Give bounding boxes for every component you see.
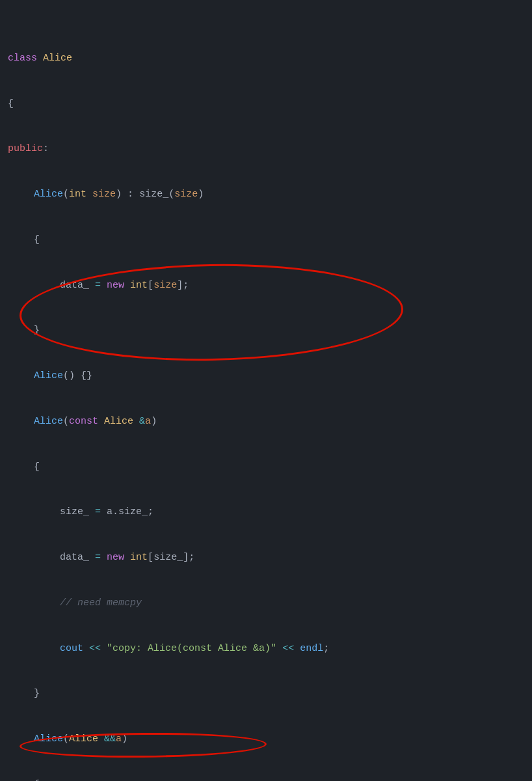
line-open-brace-2: { — [8, 232, 524, 247]
line-copy-ctor-sig: Alice(const Alice &a) — [8, 414, 524, 429]
line-open-brace-1: { — [8, 96, 524, 111]
line-open-brace-4: { — [8, 777, 524, 781]
line-public: public: — [8, 141, 524, 156]
code-container: class Alice { public: Alice(int size) : … — [8, 5, 524, 781]
line-close-brace-2: } — [8, 323, 524, 338]
line-size-assign: size_ = a.size_; — [8, 504, 524, 519]
code-block: class Alice { public: Alice(int size) : … — [8, 5, 524, 781]
line-data-new2: data_ = new int[size_]; — [8, 550, 524, 565]
line-open-brace-3: { — [8, 459, 524, 474]
line-close-brace-3: } — [8, 686, 524, 701]
line-class-alice: class Alice — [8, 51, 524, 66]
line-comment-memcpy: // need memcpy — [8, 596, 524, 610]
line-data-new: data_ = new int[size]; — [8, 278, 524, 293]
line-move-ctor-sig: Alice(Alice &&a) — [8, 732, 524, 747]
line-default-ctor: Alice() {} — [8, 368, 524, 383]
line-cout-copy: cout << "copy: Alice(const Alice &a)" <<… — [8, 641, 524, 656]
line-constructor-size: Alice(int size) : size_(size) — [8, 187, 524, 202]
